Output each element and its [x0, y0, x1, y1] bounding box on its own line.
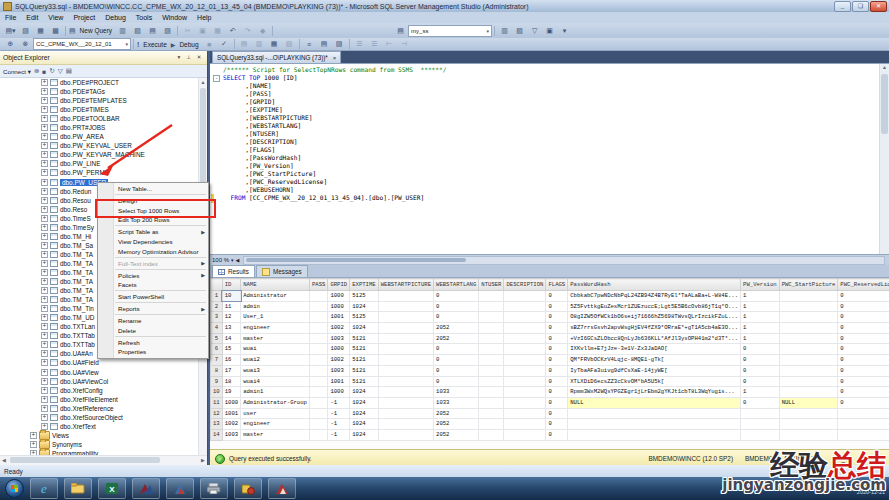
tree-item-dbo-pde-times[interactable]: +dbo.PDE#TIMES [0, 105, 199, 114]
grid-cell[interactable]: admin [241, 301, 310, 312]
grid-cell[interactable] [378, 312, 433, 323]
grid-cell[interactable] [504, 333, 546, 344]
grid-cell[interactable]: wuai2 [241, 355, 310, 366]
grid-cell[interactable]: IyTbaAFa3uivg9dfCsXaE-14jyWE[ [568, 365, 741, 376]
debug-button[interactable]: ▶ Debug [170, 38, 202, 50]
expand-icon[interactable]: + [41, 88, 48, 95]
uncomment-icon[interactable]: ☰ [367, 38, 382, 50]
grid-cell[interactable]: admin1 [241, 387, 310, 398]
table-row[interactable]: 131002engineer-1102420520 [211, 419, 889, 430]
redo-icon[interactable]: ↷ [240, 25, 255, 37]
grid-cell[interactable]: 0 [838, 301, 889, 312]
row-number-cell[interactable]: 4 [211, 323, 223, 334]
scroll-left-icon[interactable]: ◀ [236, 257, 240, 263]
wincc-app-1-icon[interactable] [132, 478, 160, 499]
grid-cell[interactable]: 0 [434, 301, 479, 312]
results-file-icon[interactable]: ▨ [332, 38, 347, 50]
column-header-PassWordHash[interactable]: PassWordHash [568, 279, 741, 291]
database-combo[interactable]: CC_CPME_WX__20_12_01▾ [33, 38, 131, 50]
column-header-GRPID[interactable]: GRPID [328, 279, 350, 291]
grid-cell[interactable]: 0 [838, 333, 889, 344]
comment-icon[interactable]: ☰ [352, 38, 367, 50]
grid-cell[interactable] [479, 291, 504, 302]
grid-cell[interactable]: 0 [546, 429, 568, 440]
tree-item-dbo-xreffileelement[interactable]: +dbo.XrefFileElement [0, 395, 199, 404]
grid-cell[interactable] [378, 333, 433, 344]
grid-cell[interactable] [504, 408, 546, 419]
template-icon[interactable]: ▤ [393, 25, 408, 37]
grid-cell[interactable]: wuai4 [241, 376, 310, 387]
tree-item-dbo-ua-viewcol[interactable]: +dbo.UA#ViewCol [0, 377, 199, 386]
grid-cell[interactable] [779, 408, 838, 419]
menu-debug[interactable]: Debug [100, 12, 131, 23]
intellisense-icon[interactable]: ▦ [267, 38, 282, 50]
column-header-FLAGS[interactable]: FLAGS [546, 279, 568, 291]
grid-cell[interactable]: 1 [741, 333, 780, 344]
context-menu-facets[interactable]: Facets [98, 280, 208, 290]
grid-cell[interactable] [378, 408, 433, 419]
minimize-button[interactable]: _ [834, 1, 851, 12]
grid-cell[interactable]: 0 [838, 397, 889, 408]
grid-cell[interactable]: 2052 [434, 429, 479, 440]
grid-cell[interactable] [378, 344, 433, 355]
window-icon[interactable]: ▣ [542, 25, 557, 37]
expand-icon[interactable]: + [41, 332, 48, 339]
estimated-plan-icon[interactable]: ▤ [237, 38, 252, 50]
grid-cell[interactable] [309, 429, 327, 440]
expand-icon[interactable]: + [41, 405, 48, 412]
grid-cell[interactable] [309, 312, 327, 323]
tree-item-dbo-xreftext[interactable]: +dbo.XrefText [0, 422, 199, 431]
grid-cell[interactable]: 2052 [434, 333, 479, 344]
column-header-PW_Version[interactable]: PW_Version [741, 279, 780, 291]
grid-cell[interactable] [378, 376, 433, 387]
indent-icon[interactable]: ⊢ [382, 38, 397, 50]
change-connection-icon[interactable]: ⊗ [18, 38, 33, 50]
parse-icon[interactable]: ✓ [217, 38, 232, 50]
grid-cell[interactable]: 1024 [350, 429, 379, 440]
grid-cell[interactable] [838, 429, 889, 440]
grid-cell[interactable] [479, 365, 504, 376]
tree-item-dbo-xrefsourceobject[interactable]: +dbo.XrefSourceObject [0, 413, 199, 422]
menu-project[interactable]: Project [68, 12, 100, 23]
save-all-icon[interactable]: ▩ [48, 25, 63, 37]
expand-icon[interactable]: + [41, 296, 48, 303]
filter-icon[interactable]: ▽ [527, 25, 542, 37]
grid-cell[interactable] [779, 301, 838, 312]
grid-cell[interactable] [741, 408, 780, 419]
grid-cell[interactable]: 1024 [350, 301, 379, 312]
start-button[interactable] [5, 479, 24, 498]
query-options-icon[interactable]: ▥ [252, 38, 267, 50]
menu-view[interactable]: View [43, 12, 68, 23]
grid-cell[interactable]: 0 [546, 397, 568, 408]
new-analysis-query-icon[interactable]: ▧ [130, 25, 145, 37]
grid-cell[interactable]: 1033 [434, 387, 479, 398]
grid-cell[interactable] [779, 312, 838, 323]
grid-cell[interactable] [378, 323, 433, 334]
grid-cell[interactable]: 0 [838, 355, 889, 366]
grid-cell[interactable]: 1 [741, 387, 780, 398]
expand-icon[interactable]: + [41, 151, 48, 158]
grid-cell[interactable]: 16 [222, 355, 240, 366]
cut-icon[interactable]: ✂ [180, 25, 195, 37]
grid-cell[interactable]: 0 [838, 387, 889, 398]
grid-cell[interactable]: 0 [546, 291, 568, 302]
results-text-icon[interactable]: ≡ [302, 38, 317, 50]
grid-cell[interactable] [568, 419, 741, 430]
grid-cell[interactable]: 5121 [350, 333, 379, 344]
grid-cell[interactable] [378, 419, 433, 430]
row-number-cell[interactable]: 12 [211, 408, 223, 419]
expand-icon[interactable]: + [41, 350, 48, 357]
tree-item-views[interactable]: +Views [0, 431, 199, 440]
grid-cell[interactable] [378, 291, 433, 302]
menu-help[interactable]: Help [192, 12, 216, 23]
grid-cell[interactable] [479, 429, 504, 440]
grid-cell[interactable] [479, 344, 504, 355]
grid-cell[interactable]: 5121 [350, 365, 379, 376]
context-menu-script-table-as[interactable]: Script Table as▶ [98, 227, 208, 237]
tree-item-dbo-xrefconfig[interactable]: +dbo.XrefConfig [0, 386, 199, 395]
context-menu-reports[interactable]: Reports▶ [98, 304, 208, 314]
grid-cell[interactable] [479, 387, 504, 398]
grid-cell[interactable] [779, 323, 838, 334]
grid-cell[interactable] [504, 376, 546, 387]
grid-cell[interactable]: 0 [838, 291, 889, 302]
